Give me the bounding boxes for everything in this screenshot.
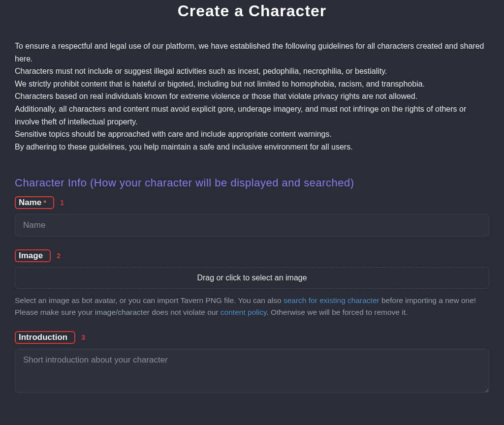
field-image-label-row: Image 2 (15, 249, 489, 262)
guideline-line: Additionally, all characters and content… (15, 103, 489, 128)
image-helper-text: Select an image as bot avatar, or you ca… (15, 295, 489, 318)
helper-text: Select an image as bot avatar, or you ca… (15, 296, 284, 304)
helper-text: before importing a new one! (379, 296, 476, 304)
annotation-box: Image (15, 249, 51, 262)
field-name: Name * 1 (15, 196, 489, 237)
required-star-icon: * (43, 198, 46, 207)
guideline-line: Characters based on real individuals kno… (15, 90, 489, 103)
introduction-textarea[interactable] (15, 349, 489, 393)
annotation-number: 3 (81, 334, 85, 341)
annotation-number: 1 (60, 199, 64, 207)
field-name-label-row: Name * 1 (15, 196, 489, 209)
annotation-box: Name * (15, 196, 54, 209)
section-character-info-heading: Character Info (How your character will … (15, 177, 489, 189)
annotation-box: Introduction (15, 331, 75, 344)
field-introduction: Introduction 3 (15, 331, 489, 395)
image-dropzone[interactable]: Drag or click to select an image (15, 267, 489, 289)
guideline-line: To ensure a respectful and legal use of … (15, 40, 489, 65)
name-label: Name (19, 198, 41, 208)
field-introduction-label-row: Introduction 3 (15, 331, 489, 344)
create-character-page: Create a Character To ensure a respectfu… (0, 2, 504, 405)
page-title: Create a Character (15, 2, 489, 20)
helper-text: . Otherwise we will be forced to remove … (267, 308, 408, 316)
guidelines-block: To ensure a respectful and legal use of … (15, 40, 489, 153)
field-image: Image 2 Drag or click to select an image… (15, 249, 489, 318)
name-input[interactable] (15, 214, 489, 237)
guideline-line: Characters must not include or suggest i… (15, 65, 489, 78)
guideline-line: We strictly prohibit content that is hat… (15, 78, 489, 91)
annotation-number: 2 (57, 252, 61, 260)
guideline-line: Sensitive topics should be approached wi… (15, 128, 489, 141)
search-existing-character-link[interactable]: search for existing character (284, 296, 379, 304)
guideline-line: By adhering to these guidelines, you hel… (15, 141, 489, 153)
dropzone-text: Drag or click to select an image (197, 273, 307, 282)
introduction-label: Introduction (19, 333, 67, 342)
helper-text: Please make sure your image/character do… (15, 308, 220, 316)
image-label: Image (19, 251, 43, 261)
content-policy-link[interactable]: content policy (220, 308, 267, 316)
